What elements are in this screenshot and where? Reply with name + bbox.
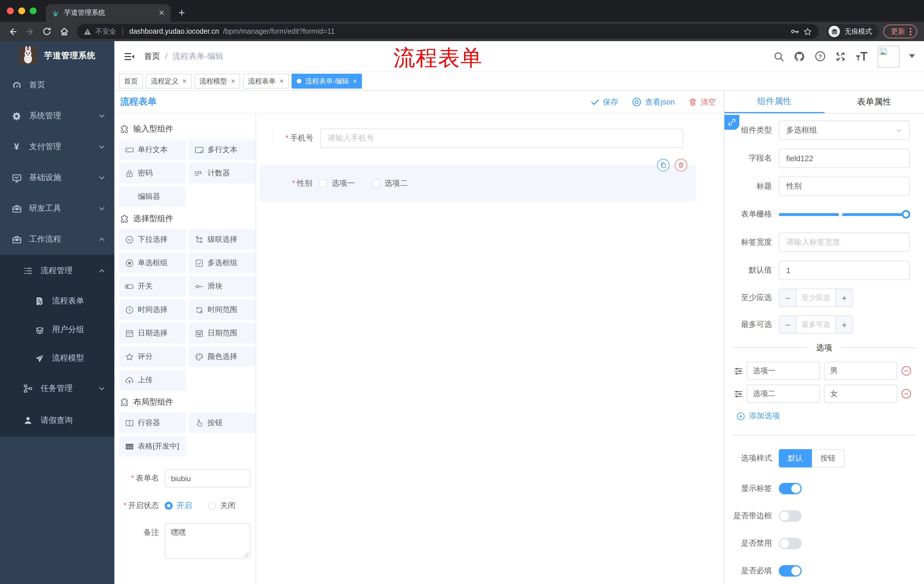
style-button-button[interactable]: 按钮 bbox=[812, 449, 845, 467]
drag-handle-icon[interactable] bbox=[734, 390, 743, 398]
sidebar-item-user-group[interactable]: 用户分组 bbox=[0, 316, 114, 344]
tag-process-form-edit[interactable]: 流程表单-编辑× bbox=[292, 74, 362, 89]
canvas-field-phone[interactable]: 手机号 请输入手机号 bbox=[256, 128, 724, 148]
option-value-input[interactable]: 女 bbox=[824, 385, 897, 403]
default-value-input[interactable]: 1 bbox=[779, 261, 910, 280]
palette-item-multi-text[interactable]: 多行文本 bbox=[189, 140, 256, 160]
view-json-button[interactable]: 查看json bbox=[632, 97, 675, 107]
tag-process-def[interactable]: 流程定义× bbox=[146, 74, 191, 89]
phone-input[interactable]: 请输入手机号 bbox=[320, 128, 683, 148]
stepper-plus-button[interactable]: + bbox=[835, 316, 853, 333]
required-toggle[interactable] bbox=[779, 565, 802, 577]
bookmark-star-icon[interactable] bbox=[804, 27, 812, 36]
new-tab-button[interactable]: + bbox=[170, 4, 193, 22]
remove-option-button[interactable] bbox=[901, 366, 911, 376]
tab-form-props[interactable]: 表单属性 bbox=[824, 91, 924, 113]
palette-item-time-picker[interactable]: 时间选择 bbox=[119, 299, 186, 320]
title-input[interactable]: 性别 bbox=[779, 176, 910, 196]
palette-item-checkbox-group[interactable]: 多选框组 bbox=[189, 253, 256, 273]
add-option-button[interactable]: 添加选项 bbox=[736, 411, 924, 421]
gender-option-1[interactable]: 选项一 bbox=[319, 178, 355, 189]
tag-process-model[interactable]: 流程模型× bbox=[195, 74, 240, 89]
palette-item-editor[interactable]: 编辑器 bbox=[119, 186, 186, 207]
back-button[interactable] bbox=[5, 23, 21, 39]
remark-textarea[interactable]: 嘿嘿 bbox=[165, 523, 251, 559]
grid-slider[interactable] bbox=[779, 204, 910, 224]
palette-item-time-range[interactable]: 时间范围 bbox=[189, 299, 256, 320]
forward-button[interactable] bbox=[22, 23, 38, 39]
window-close-button[interactable] bbox=[7, 7, 14, 14]
palette-item-table[interactable]: 表格[开发中] bbox=[119, 436, 186, 457]
status-radio-on[interactable]: 开启 bbox=[165, 500, 192, 511]
window-zoom-button[interactable] bbox=[30, 7, 36, 14]
status-radio-off[interactable]: 关闭 bbox=[208, 500, 236, 511]
drag-handle-icon[interactable] bbox=[734, 367, 743, 375]
palette-item-switch[interactable]: 开关 bbox=[119, 276, 186, 296]
option-label-input[interactable]: 选项一 bbox=[747, 362, 820, 380]
sidebar-item-leave-query[interactable]: 请假查询 bbox=[0, 405, 114, 437]
tag-process-form[interactable]: 流程表单× bbox=[243, 74, 289, 89]
palette-item-button[interactable]: 按钮 bbox=[189, 413, 256, 433]
help-icon[interactable]: ? bbox=[815, 51, 826, 62]
gender-option-2[interactable]: 选项二 bbox=[372, 178, 408, 189]
checkbox[interactable] bbox=[372, 179, 380, 188]
label-width-input[interactable]: 请输入标签宽度 bbox=[779, 233, 910, 252]
canvas-field-gender-selected[interactable]: 性别 选项一 选项二 bbox=[260, 165, 696, 202]
remove-option-button[interactable] bbox=[901, 388, 911, 399]
palette-item-counter[interactable]: 123 计数器 bbox=[189, 163, 256, 183]
tab-component-props[interactable]: 组件属性 bbox=[724, 91, 824, 113]
tag-close-icon[interactable]: × bbox=[231, 77, 235, 85]
tag-close-icon[interactable]: × bbox=[182, 77, 186, 85]
show-label-toggle[interactable] bbox=[779, 483, 802, 494]
palette-item-color-picker[interactable]: 颜色选择 bbox=[189, 346, 256, 367]
search-icon[interactable] bbox=[774, 51, 784, 61]
sidebar-item-devtools[interactable]: 研发工具 bbox=[0, 193, 114, 224]
palette-item-upload[interactable]: 上传 bbox=[119, 370, 186, 390]
breadcrumb-home[interactable]: 首页 bbox=[144, 51, 160, 60]
browser-tab[interactable]: 芋道管理系统 ✕ bbox=[46, 4, 170, 22]
window-minimize-button[interactable] bbox=[18, 7, 25, 14]
tab-close-icon[interactable]: ✕ bbox=[158, 8, 165, 17]
style-default-button[interactable]: 默认 bbox=[779, 449, 812, 467]
slider-handle[interactable] bbox=[902, 210, 910, 219]
form-canvas[interactable]: 手机号 请输入手机号 bbox=[256, 114, 724, 584]
palette-item-cascader[interactable]: 级联选择 bbox=[189, 229, 256, 250]
border-toggle[interactable] bbox=[779, 510, 802, 522]
checkbox[interactable] bbox=[319, 179, 327, 188]
palette-item-slider[interactable]: 滑块 bbox=[189, 276, 256, 296]
sidebar-item-workflow[interactable]: 工作流程 bbox=[0, 224, 114, 255]
save-button[interactable]: 保存 bbox=[591, 97, 618, 107]
form-name-input[interactable]: biubiu bbox=[165, 469, 251, 487]
stepper-minus-button[interactable]: − bbox=[779, 316, 797, 333]
sidebar-toggle-icon[interactable] bbox=[119, 46, 140, 67]
palette-item-radio-group[interactable]: 单选框组 bbox=[119, 253, 186, 273]
option-value-input[interactable]: 男 bbox=[824, 362, 897, 380]
sidebar-item-payment[interactable]: ¥ 支付管理 bbox=[0, 132, 114, 162]
sidebar-item-system[interactable]: 系统管理 bbox=[0, 100, 114, 132]
min-select-stepper[interactable]: − 至少应选 + bbox=[779, 289, 853, 307]
tag-close-icon[interactable]: × bbox=[280, 77, 284, 85]
github-icon[interactable] bbox=[794, 51, 805, 62]
caret-down-icon[interactable] bbox=[909, 54, 915, 58]
delete-component-button[interactable] bbox=[675, 159, 687, 171]
component-type-select[interactable]: 多选框组 bbox=[779, 120, 910, 140]
option-label-input[interactable]: 选项二 bbox=[747, 385, 820, 403]
palette-item-single-text[interactable]: 单行文本 bbox=[119, 140, 186, 160]
reload-button[interactable] bbox=[39, 23, 55, 39]
palette-item-password[interactable]: 密码 bbox=[119, 163, 186, 183]
fullscreen-icon[interactable] bbox=[835, 51, 846, 61]
palette-item-rate[interactable]: 评分 bbox=[119, 346, 186, 367]
browser-menu-icon[interactable] bbox=[910, 28, 911, 35]
palette-item-row-container[interactable]: 行容器 bbox=[119, 413, 186, 433]
sidebar-item-process-mgmt[interactable]: 流程管理 bbox=[0, 255, 114, 287]
tag-close-icon[interactable]: × bbox=[353, 77, 357, 85]
sidebar-item-task-mgmt[interactable]: 任务管理 bbox=[0, 373, 114, 405]
avatar[interactable] bbox=[878, 45, 899, 67]
palette-item-date-range[interactable]: 日期范围 bbox=[189, 323, 256, 344]
palette-item-date-picker[interactable]: 日期选择 bbox=[119, 323, 186, 344]
max-select-stepper[interactable]: − 最多可选 + bbox=[779, 316, 853, 334]
password-key-icon[interactable] bbox=[790, 27, 799, 36]
link-tab[interactable] bbox=[724, 115, 739, 130]
sidebar-item-infra[interactable]: 基础设施 bbox=[0, 162, 114, 193]
sidebar-item-home[interactable]: 首页 bbox=[0, 70, 114, 100]
